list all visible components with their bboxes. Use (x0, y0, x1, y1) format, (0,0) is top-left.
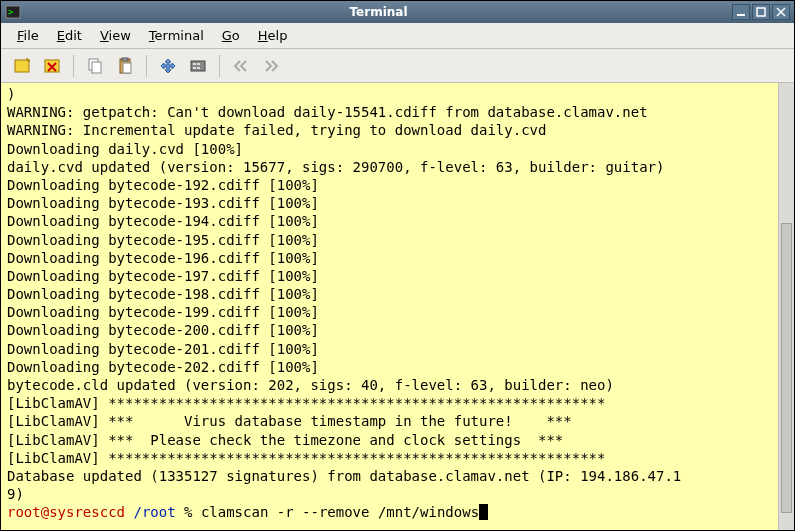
svg-rect-20 (197, 67, 200, 69)
terminal-line: Downloading bytecode-196.cdiff [100%] (7, 249, 770, 267)
terminal-line: Downloading daily.cvd [100%] (7, 140, 770, 158)
svg-rect-3 (757, 8, 765, 16)
terminal-line: Downloading bytecode-202.cdiff [100%] (7, 358, 770, 376)
toolbar (1, 49, 794, 83)
terminal-line: [LibClamAV] ****************************… (7, 394, 770, 412)
terminal-line: bytecode.cld updated (version: 202, sigs… (7, 376, 770, 394)
terminal-output[interactable]: )WARNING: getpatch: Can't download daily… (1, 83, 794, 530)
svg-rect-18 (197, 63, 200, 65)
prompt-line[interactable]: root@sysresccd /root % clamscan -r --rem… (7, 503, 788, 521)
new-tab-button[interactable] (9, 53, 35, 79)
window-title: Terminal (25, 5, 732, 19)
svg-rect-16 (191, 61, 205, 71)
fullscreen-button[interactable] (155, 53, 181, 79)
terminal-line: Downloading bytecode-198.cdiff [100%] (7, 285, 770, 303)
menu-edit[interactable]: Edit (49, 26, 90, 45)
terminal-line: WARNING: getpatch: Can't download daily-… (7, 103, 770, 121)
terminal-line: Downloading bytecode-197.cdiff [100%] (7, 267, 770, 285)
terminal-line: Downloading bytecode-200.cdiff [100%] (7, 321, 770, 339)
svg-rect-17 (193, 63, 196, 65)
copy-button[interactable] (82, 53, 108, 79)
terminal-line: daily.cvd updated (version: 15677, sigs:… (7, 158, 770, 176)
scrollbar-thumb[interactable] (781, 223, 792, 513)
terminal-content: )WARNING: getpatch: Can't download daily… (1, 83, 794, 530)
terminal-line: Downloading bytecode-201.cdiff [100%] (7, 340, 770, 358)
prompt-command: clamscan -r --remove /mnt/windows (201, 504, 479, 520)
terminal-line: [LibClamAV] ****************************… (7, 449, 770, 467)
terminal-line: [LibClamAV] *** Please check the timezon… (7, 431, 770, 449)
minimize-button[interactable] (732, 4, 750, 20)
terminal-line: Downloading bytecode-193.cdiff [100%] (7, 194, 770, 212)
svg-text:>: > (8, 7, 14, 17)
toolbar-separator (146, 55, 147, 77)
terminal-line: 9) (7, 485, 770, 503)
toolbar-separator (73, 55, 74, 77)
terminal-line: WARNING: Incremental update failed, tryi… (7, 121, 770, 139)
terminal-line: Downloading bytecode-199.cdiff [100%] (7, 303, 770, 321)
terminal-line: [LibClamAV] *** Virus database timestamp… (7, 412, 770, 430)
prompt-path: /root (133, 504, 175, 520)
prompt-user: root@sysresccd (7, 504, 125, 520)
terminal-line: Downloading bytecode-195.cdiff [100%] (7, 231, 770, 249)
preferences-button[interactable] (185, 53, 211, 79)
menu-terminal[interactable]: Terminal (141, 26, 212, 45)
cursor (479, 504, 488, 520)
maximize-button[interactable] (752, 4, 770, 20)
menu-go[interactable]: Go (214, 26, 248, 45)
svg-marker-7 (27, 58, 30, 61)
menu-file[interactable]: File (9, 26, 47, 45)
paste-button[interactable] (112, 53, 138, 79)
svg-rect-12 (92, 62, 101, 73)
svg-rect-19 (193, 67, 196, 69)
scrollbar[interactable] (778, 83, 794, 530)
close-tab-button[interactable] (39, 53, 65, 79)
terminal-line: ) (7, 85, 770, 103)
app-icon: > (5, 4, 21, 20)
menubar: File Edit View Terminal Go Help (1, 23, 794, 49)
toolbar-separator (219, 55, 220, 77)
previous-button[interactable] (228, 53, 254, 79)
menu-help[interactable]: Help (250, 26, 296, 45)
prompt-symbol: % (176, 504, 201, 520)
terminal-line: Downloading bytecode-192.cdiff [100%] (7, 176, 770, 194)
menu-view[interactable]: View (92, 26, 139, 45)
next-button[interactable] (258, 53, 284, 79)
terminal-line: Downloading bytecode-194.cdiff [100%] (7, 212, 770, 230)
svg-rect-14 (122, 58, 128, 61)
close-button[interactable] (772, 4, 790, 20)
window-controls (732, 4, 790, 20)
svg-rect-6 (15, 60, 29, 72)
titlebar[interactable]: > Terminal (1, 1, 794, 23)
terminal-window: > Terminal File Edit View Terminal Go He… (0, 0, 795, 531)
terminal-line: Database updated (1335127 signatures) fr… (7, 467, 770, 485)
svg-rect-15 (123, 63, 131, 73)
